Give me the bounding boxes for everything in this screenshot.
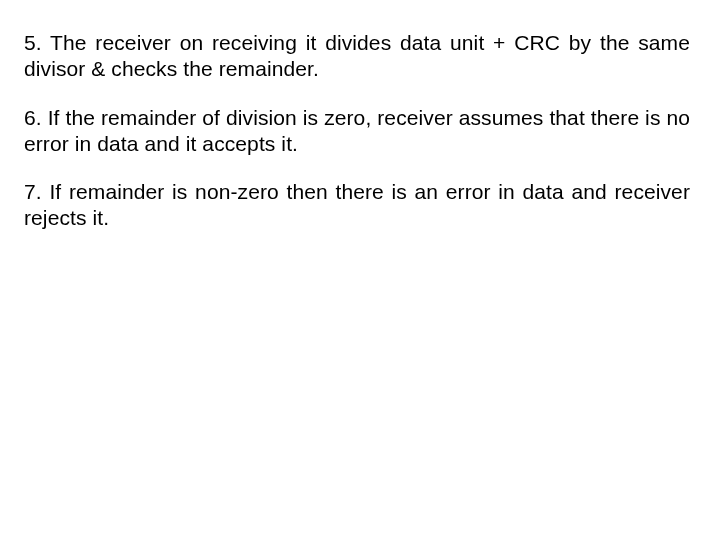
point-7: 7. If remainder is non-zero then there i… [24,179,690,232]
point-6: 6. If the remainder of division is zero,… [24,105,690,158]
slide-content: 5. The receiver on receiving it divides … [0,0,720,540]
point-5: 5. The receiver on receiving it divides … [24,30,690,83]
